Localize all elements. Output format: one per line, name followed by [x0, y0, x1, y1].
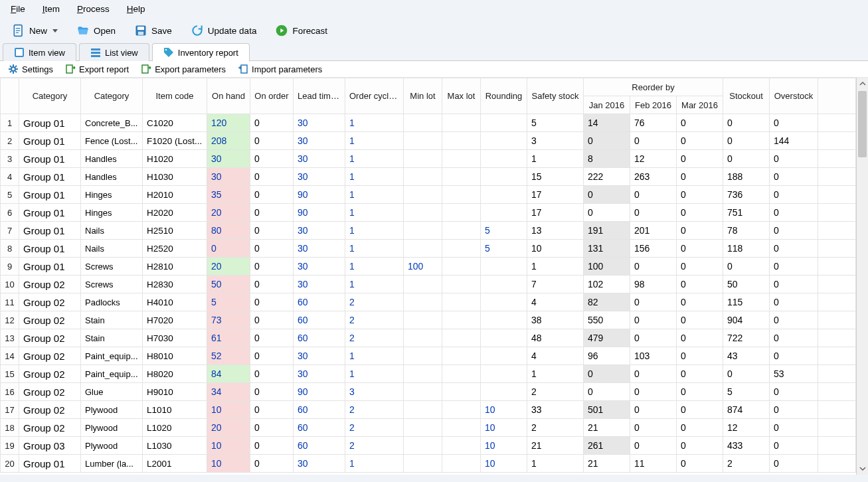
col-min-lot[interactable]: Min lot [404, 78, 442, 114]
cell-on-hand[interactable]: 20 [207, 419, 250, 437]
cell-rounding[interactable] [481, 276, 527, 293]
table-row[interactable]: 4Group 01HandlesH10303003011522226301880 [1, 168, 856, 186]
cell-safety-stock[interactable]: 17 [527, 204, 584, 222]
cell-lead-time[interactable]: 30 [294, 132, 345, 150]
cell-category1[interactable]: Group 02 [19, 347, 81, 365]
cell-item-code[interactable]: H7020 [143, 311, 207, 329]
cell-reorder-jan[interactable]: 100 [584, 258, 630, 276]
cell-reorder-feb[interactable]: 98 [630, 276, 677, 293]
cell-overstock[interactable]: 0 [770, 168, 818, 186]
cell-stockout[interactable]: 78 [723, 222, 770, 240]
cell-rounding[interactable]: 10 [481, 419, 527, 437]
cell-max-lot[interactable] [442, 329, 481, 347]
cell-item-code[interactable]: L1010 [143, 401, 207, 419]
cell-lead-time[interactable]: 30 [294, 168, 345, 186]
scroll-down-arrow[interactable] [857, 463, 868, 475]
cell-stockout[interactable]: 115 [723, 293, 770, 311]
cell-category2[interactable]: Plywood [81, 437, 143, 455]
cell-category2[interactable]: Handles [81, 150, 143, 168]
cell-on-order[interactable]: 0 [250, 383, 294, 401]
col-rownum[interactable] [1, 78, 19, 114]
cell-min-lot[interactable] [404, 204, 442, 222]
cell-min-lot[interactable] [404, 365, 442, 383]
cell-min-lot[interactable] [404, 347, 442, 365]
cell-overstock[interactable]: 0 [770, 455, 818, 473]
cell-lead-time[interactable]: 60 [294, 293, 345, 311]
cell-rounding[interactable] [481, 329, 527, 347]
cell-category2[interactable]: Paint_equip... [81, 365, 143, 383]
cell-reorder-jan[interactable]: 261 [584, 437, 630, 455]
cell-lead-time[interactable]: 30 [294, 365, 345, 383]
cell-category2[interactable]: Lumber (la... [81, 455, 143, 473]
cell-category2[interactable]: Paint_equip... [81, 347, 143, 365]
cell-reorder-mar[interactable]: 0 [677, 150, 723, 168]
cell-reorder-feb[interactable]: 0 [630, 401, 677, 419]
save-button[interactable]: Save [130, 22, 176, 39]
table-row[interactable]: 9Group 01ScrewsH281020030110011000000 [1, 258, 856, 276]
cell-max-lot[interactable] [442, 240, 481, 258]
cell-lead-time[interactable]: 30 [294, 222, 345, 240]
cell-stockout[interactable]: 904 [723, 311, 770, 329]
cell-overstock[interactable]: 0 [770, 258, 818, 276]
cell-item-code[interactable]: H2520 [143, 240, 207, 258]
cell-reorder-feb[interactable]: 12 [630, 150, 677, 168]
col-item-code[interactable]: Item code [143, 78, 207, 114]
cell-max-lot[interactable] [442, 258, 481, 276]
cell-item-code[interactable]: H8020 [143, 365, 207, 383]
cell-max-lot[interactable] [442, 168, 481, 186]
cell-stockout[interactable]: 0 [723, 132, 770, 150]
cell-overstock[interactable]: 0 [770, 383, 818, 401]
tab-inventory-report[interactable]: Inventory report [152, 43, 250, 61]
cell-reorder-mar[interactable]: 0 [677, 293, 723, 311]
cell-on-hand[interactable]: 34 [207, 383, 250, 401]
cell-on-hand[interactable]: 120 [207, 114, 250, 132]
cell-category2[interactable]: Hinges [81, 204, 143, 222]
cell-stockout[interactable]: 188 [723, 168, 770, 186]
cell-safety-stock[interactable]: 5 [527, 114, 584, 132]
cell-rounding[interactable]: 5 [481, 240, 527, 258]
table-row[interactable]: 6Group 01HingesH2020200901170007510 [1, 204, 856, 222]
cell-on-hand[interactable]: 30 [207, 150, 250, 168]
cell-reorder-mar[interactable]: 0 [677, 383, 723, 401]
export-parameters-button[interactable]: Export parameters [141, 64, 226, 74]
cell-category1[interactable]: Group 01 [19, 455, 81, 473]
cell-item-code[interactable]: H2010 [143, 186, 207, 204]
new-button[interactable]: New [8, 22, 62, 39]
cell-safety-stock[interactable]: 33 [527, 401, 584, 419]
cell-order-cycle[interactable]: 1 [345, 276, 404, 293]
cell-on-hand[interactable]: 61 [207, 329, 250, 347]
cell-category1[interactable]: Group 01 [19, 186, 81, 204]
cell-order-cycle[interactable]: 2 [345, 401, 404, 419]
cell-category2[interactable]: Fence (Lost... [81, 132, 143, 150]
cell-reorder-feb[interactable]: 0 [630, 419, 677, 437]
col-stockout[interactable]: Stockout [723, 78, 770, 114]
cell-on-order[interactable]: 0 [250, 365, 294, 383]
menu-file[interactable]: File [8, 3, 28, 15]
cell-item-code[interactable]: H1020 [143, 150, 207, 168]
cell-reorder-feb[interactable]: 0 [630, 204, 677, 222]
cell-max-lot[interactable] [442, 401, 481, 419]
cell-min-lot[interactable] [404, 168, 442, 186]
table-row[interactable]: 11Group 02PadlocksH401050602482001150 [1, 293, 856, 311]
cell-category1[interactable]: Group 01 [19, 258, 81, 276]
table-row[interactable]: 16Group 02GlueH9010340903200050 [1, 383, 856, 401]
cell-order-cycle[interactable]: 2 [345, 293, 404, 311]
cell-category1[interactable]: Group 02 [19, 401, 81, 419]
cell-safety-stock[interactable]: 1 [527, 150, 584, 168]
table-row[interactable]: 15Group 02Paint_equip...H802084030110000… [1, 365, 856, 383]
cell-rounding[interactable] [481, 114, 527, 132]
cell-reorder-jan[interactable]: 479 [584, 329, 630, 347]
cell-on-hand[interactable]: 80 [207, 222, 250, 240]
table-row[interactable]: 12Group 02StainH702073060238550009040 [1, 311, 856, 329]
cell-category2[interactable]: Glue [81, 383, 143, 401]
cell-max-lot[interactable] [442, 383, 481, 401]
cell-lead-time[interactable]: 90 [294, 383, 345, 401]
cell-reorder-feb[interactable]: 0 [630, 383, 677, 401]
cell-stockout[interactable]: 43 [723, 347, 770, 365]
cell-rounding[interactable] [481, 186, 527, 204]
vertical-scrollbar[interactable] [856, 78, 868, 475]
cell-order-cycle[interactable]: 2 [345, 329, 404, 347]
cell-max-lot[interactable] [442, 150, 481, 168]
cell-on-order[interactable]: 0 [250, 437, 294, 455]
cell-on-order[interactable]: 0 [250, 347, 294, 365]
